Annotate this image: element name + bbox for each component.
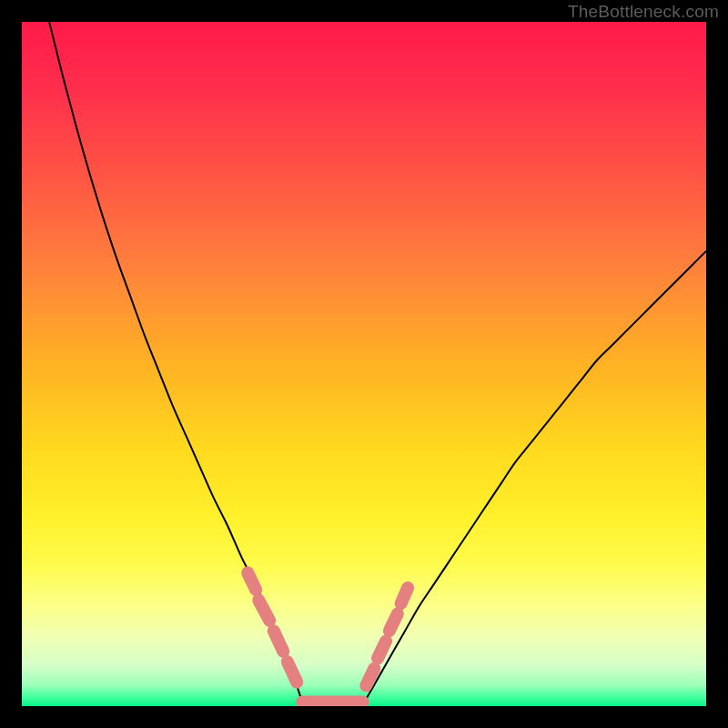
pink-dashes-right [378,642,386,659]
plot-area [22,22,706,706]
pink-dashes-left [288,662,298,682]
pink-dashes-right [401,588,409,603]
pink-dashes-right [389,613,398,631]
gradient-background [22,22,706,706]
pink-dashes-right [366,669,374,686]
watermark-text: TheBottleneck.com [568,2,719,22]
chart-frame: TheBottleneck.com [0,0,728,728]
chart-svg [22,22,706,706]
pink-dashes-left [248,572,256,590]
pink-dashes-left [274,631,284,652]
